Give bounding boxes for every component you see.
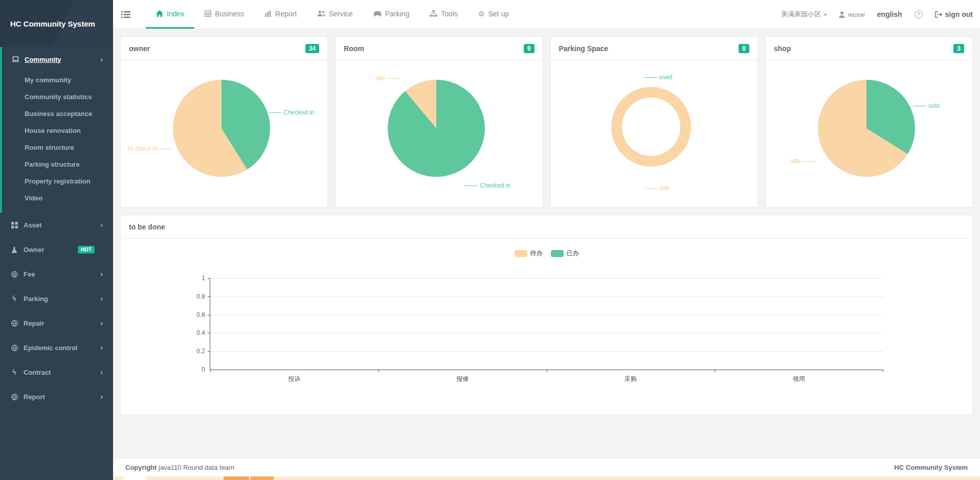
sidebar-item-community[interactable]: Community › — [2, 47, 113, 72]
x-category-label: 领用 — [793, 375, 805, 383]
sidebar-item-parking[interactable]: ϟ Parking › — [0, 286, 113, 311]
chevron-right-icon: › — [100, 393, 103, 400]
user-menu[interactable]: wuxw — [839, 11, 865, 18]
tab-index[interactable]: Index — [146, 0, 194, 29]
caret-down-icon: ▾ — [824, 12, 827, 17]
main-area: Index Business — [113, 0, 980, 480]
sidebar-subitem-community-statistics[interactable]: Community statistics — [2, 88, 113, 105]
pie-label-sold: sold — [913, 102, 940, 109]
sidebar-subitem-room-structure[interactable]: Room structure — [2, 139, 113, 156]
x-tick-mark — [715, 370, 715, 372]
globe-icon — [9, 320, 19, 327]
bottom-partial-chart-strip — [113, 476, 980, 480]
sidebar-subitem-video[interactable]: Video — [2, 190, 113, 207]
tab-service[interactable]: Service — [307, 0, 363, 29]
sidebar-item-contract[interactable]: ϟ Contract › — [0, 360, 113, 384]
tab-parking[interactable]: Parking — [363, 0, 419, 29]
tab-label: Index — [167, 10, 184, 18]
calculator-icon — [205, 10, 211, 17]
sidebar-item-report[interactable]: Report › — [0, 384, 113, 409]
y-axis-tick: 0.4 — [196, 329, 205, 336]
tab-report[interactable]: Report — [254, 0, 307, 29]
x-category-label: 采购 — [625, 375, 637, 383]
donut-parking[interactable] — [611, 87, 691, 167]
pie-room[interactable] — [388, 80, 485, 177]
sidebar-item-fee[interactable]: Fee › — [0, 262, 113, 286]
pie-label-idle: idle — [791, 157, 816, 165]
sidebar-group-community: Community › My community Community stati… — [0, 47, 113, 213]
y-axis-tick: 0 — [202, 366, 205, 373]
laptop-icon — [10, 56, 20, 62]
sidebar-item-label: Community — [25, 56, 61, 63]
tab-label: Business — [215, 10, 244, 18]
help-icon[interactable]: ? — [915, 10, 923, 18]
car-icon — [373, 10, 382, 17]
legend-item-done[interactable]: 已办 — [551, 249, 579, 258]
topbar: Index Business — [113, 0, 980, 29]
owner-pie-chart: Checked in To check in — [121, 60, 327, 207]
y-tick-mark — [208, 296, 210, 297]
label-line — [464, 186, 478, 186]
chevron-right-icon: › — [100, 295, 103, 302]
count-badge: 34 — [305, 44, 319, 53]
tab-business[interactable]: Business — [194, 0, 254, 29]
tab-label: Service — [329, 10, 353, 18]
sign-out-icon — [935, 11, 942, 18]
x-category-label: 投诉 — [288, 375, 300, 383]
room-pie-chart: idle Checked in — [336, 60, 542, 207]
sidebar-subitem-business-acceptance[interactable]: Business acceptance — [2, 105, 113, 122]
summary-cards: owner 34 Checked in To check in — [120, 36, 973, 208]
chevron-right-icon: › — [100, 319, 103, 327]
card-parking-space: Parking Space 8 used idle — [550, 36, 758, 208]
sidebar-subitem-my-community[interactable]: My community — [2, 72, 113, 88]
pie-owner[interactable] — [173, 80, 270, 177]
community-selector[interactable]: 美满家园小区 ▾ — [781, 10, 827, 19]
pie-shop[interactable] — [818, 80, 915, 177]
footer-brand: HC Community System — [894, 464, 968, 471]
todo-panel: to be done 待办 已办 — [120, 215, 973, 415]
card-header: Parking Space 8 — [551, 37, 758, 60]
tab-set-up[interactable]: ⚙ Set up — [468, 0, 519, 29]
sidebar-item-asset[interactable]: Asset › — [0, 213, 113, 237]
sidebar-subitem-property-registration[interactable]: Property registration — [2, 173, 113, 190]
chart-legend: 待办 已办 — [121, 249, 972, 258]
globe-icon — [9, 271, 19, 278]
globe-icon — [9, 394, 19, 400]
card-header: owner 34 — [121, 37, 327, 60]
chevron-right-icon: › — [100, 344, 103, 351]
globe-icon — [9, 345, 19, 351]
label-line — [803, 161, 816, 162]
card-title: shop — [774, 44, 791, 53]
tab-tools[interactable]: Tools — [419, 0, 468, 29]
panel-header: to be done — [121, 215, 972, 239]
shop-pie-chart: sold idle — [766, 60, 972, 207]
sidebar-item-epidemic-control[interactable]: Epidemic control › — [0, 335, 113, 360]
y-axis-tick: 1 — [202, 275, 205, 282]
sidebar-item-label: Epidemic control — [24, 344, 77, 352]
menu-toggle-icon[interactable] — [121, 11, 130, 18]
legend-item-pending[interactable]: 待办 — [515, 249, 543, 258]
sidebar-item-owner[interactable]: Owner HOT — [0, 237, 113, 262]
panel-title: to be done — [129, 223, 165, 231]
sidebar-subitem-parking-structure[interactable]: Parking structure — [2, 156, 113, 173]
y-tick-mark — [208, 333, 210, 333]
bolt-icon: ϟ — [9, 294, 19, 303]
community-submenu: My community Community statistics Busine… — [2, 72, 113, 207]
grid-icon — [9, 222, 19, 228]
home-icon — [156, 10, 163, 17]
community-selector-label: 美满家园小区 — [781, 10, 821, 19]
donut-label-idle: idle — [645, 185, 670, 192]
y-tick-mark — [208, 315, 210, 315]
sign-out-button[interactable]: sign out — [935, 10, 973, 18]
username: wuxw — [848, 11, 865, 18]
sidebar-item-repair[interactable]: Repair › — [0, 311, 113, 335]
sidebar-item-label: Repair — [24, 319, 44, 327]
label-line — [913, 106, 926, 106]
language-switch[interactable]: english — [877, 10, 902, 18]
tab-label: Report — [275, 10, 297, 18]
sidebar-subitem-house-renovation[interactable]: House renovation — [2, 122, 113, 139]
copyright-text: Copyright java110 Round data team — [125, 464, 234, 471]
bar-chart-icon — [264, 10, 272, 17]
label-line — [387, 78, 400, 79]
todo-bar-chart: 待办 已办 1 0.8 — [121, 239, 972, 415]
